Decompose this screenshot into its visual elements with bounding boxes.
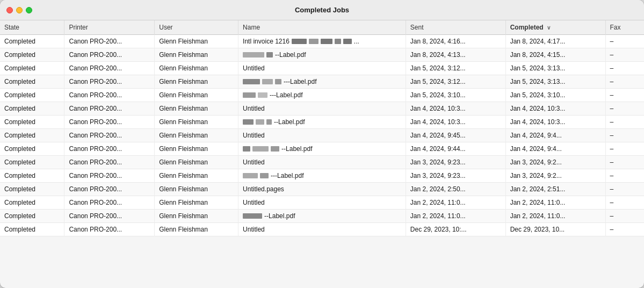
- cell-printer: Canon PRO-200...: [64, 102, 155, 116]
- cell-name: Untitled: [238, 223, 406, 236]
- redacted-block: [243, 92, 256, 98]
- redacted-block: [243, 173, 258, 178]
- cell-name: --Label.pdf: [238, 142, 406, 156]
- cell-user: Glenn Fleishman: [155, 89, 238, 102]
- cell-completed: Jan 5, 2024, 3:13...: [505, 75, 605, 89]
- redacted-block: [266, 52, 273, 57]
- cell-state: Completed: [0, 183, 64, 196]
- cell-sent: Dec 29, 2023, 10:...: [406, 223, 505, 236]
- table-row[interactable]: CompletedCanon PRO-200...Glenn Fleishman…: [0, 183, 644, 196]
- cell-user: Glenn Fleishman: [155, 196, 238, 210]
- cell-fax: –: [605, 156, 644, 169]
- col-header-user[interactable]: User: [155, 20, 238, 35]
- cell-printer: Canon PRO-200...: [64, 142, 155, 156]
- table-row[interactable]: CompletedCanon PRO-200...Glenn Fleishman…: [0, 89, 644, 102]
- table-row[interactable]: CompletedCanon PRO-200...Glenn Fleishman…: [0, 129, 644, 142]
- sort-arrow-icon: ∨: [547, 25, 551, 31]
- cell-user: Glenn Fleishman: [155, 183, 238, 196]
- cell-state: Completed: [0, 129, 64, 142]
- cell-completed: Jan 5, 2024, 3:10...: [505, 89, 605, 102]
- cell-fax: –: [605, 89, 644, 102]
- cell-sent: Jan 4, 2024, 10:3...: [406, 102, 505, 116]
- table-container[interactable]: State Printer User Name Sent C: [0, 20, 644, 288]
- cell-printer: Canon PRO-200...: [64, 62, 155, 75]
- cell-state: Completed: [0, 116, 64, 129]
- cell-user: Glenn Fleishman: [155, 156, 238, 169]
- table-row[interactable]: CompletedCanon PRO-200...Glenn Fleishman…: [0, 156, 644, 169]
- table-row[interactable]: CompletedCanon PRO-200...Glenn Fleishman…: [0, 75, 644, 89]
- main-window: Completed Jobs State Printer User Name: [0, 0, 644, 288]
- cell-state: Completed: [0, 223, 64, 236]
- cell-state: Completed: [0, 75, 64, 89]
- cell-fax: –: [605, 62, 644, 75]
- cell-fax: –: [605, 102, 644, 116]
- cell-name: Untitled: [238, 102, 406, 116]
- col-header-name[interactable]: Name: [238, 20, 406, 35]
- table-row[interactable]: CompletedCanon PRO-200...Glenn Fleishman…: [0, 210, 644, 223]
- cell-completed: Jan 4, 2024, 9:4...: [505, 129, 605, 142]
- cell-printer: Canon PRO-200...: [64, 89, 155, 102]
- cell-state: Completed: [0, 196, 64, 210]
- jobs-table: State Printer User Name Sent C: [0, 20, 644, 236]
- redacted-block: [266, 119, 272, 125]
- cell-sent: Jan 8, 2024, 4:16...: [406, 35, 505, 48]
- table-row[interactable]: CompletedCanon PRO-200...Glenn Fleishman…: [0, 62, 644, 75]
- cell-printer: Canon PRO-200...: [64, 116, 155, 129]
- cell-name: Untitled: [238, 62, 406, 75]
- cell-state: Completed: [0, 210, 64, 223]
- cell-completed: Jan 8, 2024, 4:17...: [505, 35, 605, 48]
- redacted-block: [243, 146, 250, 152]
- redacted-block: [275, 79, 281, 84]
- redacted-block: [335, 39, 341, 44]
- col-header-sent[interactable]: Sent: [406, 20, 505, 35]
- cell-sent: Jan 4, 2024, 9:44...: [406, 142, 505, 156]
- cell-fax: –: [605, 210, 644, 223]
- cell-completed: Jan 2, 2024, 11:0...: [505, 196, 605, 210]
- table-row[interactable]: CompletedCanon PRO-200...Glenn Fleishman…: [0, 196, 644, 210]
- cell-printer: Canon PRO-200...: [64, 156, 155, 169]
- redacted-block: [260, 173, 269, 178]
- cell-fax: –: [605, 129, 644, 142]
- cell-state: Completed: [0, 156, 64, 169]
- cell-sent: Jan 3, 2024, 9:23...: [406, 169, 505, 183]
- table-body: CompletedCanon PRO-200...Glenn Fleishman…: [0, 35, 644, 236]
- col-header-fax[interactable]: Fax: [605, 20, 644, 35]
- redacted-block: [309, 39, 319, 44]
- cell-completed: Jan 3, 2024, 9:2...: [505, 169, 605, 183]
- cell-name: Untitled.pages: [238, 183, 406, 196]
- cell-user: Glenn Fleishman: [155, 129, 238, 142]
- maximize-button[interactable]: [26, 7, 32, 13]
- cell-user: Glenn Fleishman: [155, 116, 238, 129]
- cell-user: Glenn Fleishman: [155, 62, 238, 75]
- table-row[interactable]: CompletedCanon PRO-200...Glenn Fleishman…: [0, 223, 644, 236]
- table-row[interactable]: CompletedCanon PRO-200...Glenn Fleishman…: [0, 48, 644, 62]
- col-header-printer[interactable]: Printer: [64, 20, 155, 35]
- redacted-block: [243, 213, 262, 219]
- redacted-block: [321, 39, 332, 44]
- cell-user: Glenn Fleishman: [155, 102, 238, 116]
- cell-completed: Dec 29, 2023, 10...: [505, 223, 605, 236]
- cell-fax: –: [605, 35, 644, 48]
- redacted-block: [262, 79, 273, 84]
- table-row[interactable]: CompletedCanon PRO-200...Glenn Fleishman…: [0, 142, 644, 156]
- table-row[interactable]: CompletedCanon PRO-200...Glenn Fleishman…: [0, 102, 644, 116]
- cell-sent: Jan 5, 2024, 3:10...: [406, 89, 505, 102]
- cell-name: --Label.pdf: [238, 116, 406, 129]
- cell-printer: Canon PRO-200...: [64, 223, 155, 236]
- cell-name: Intl invoice 1216 ...: [238, 35, 406, 48]
- cell-name: --Label.pdf: [238, 48, 406, 62]
- table-row[interactable]: CompletedCanon PRO-200...Glenn Fleishman…: [0, 169, 644, 183]
- cell-state: Completed: [0, 142, 64, 156]
- redacted-block: [243, 79, 260, 84]
- col-header-state[interactable]: State: [0, 20, 64, 35]
- table-row[interactable]: CompletedCanon PRO-200...Glenn Fleishman…: [0, 116, 644, 129]
- cell-user: Glenn Fleishman: [155, 48, 238, 62]
- cell-fax: –: [605, 169, 644, 183]
- minimize-button[interactable]: [16, 7, 23, 13]
- redacted-block: [252, 146, 269, 152]
- close-button[interactable]: [6, 7, 13, 13]
- table-row[interactable]: CompletedCanon PRO-200...Glenn Fleishman…: [0, 35, 644, 48]
- cell-completed: Jan 4, 2024, 9:4...: [505, 142, 605, 156]
- col-header-completed[interactable]: Completed ∨: [505, 20, 605, 35]
- cell-name: ---Label.pdf: [238, 169, 406, 183]
